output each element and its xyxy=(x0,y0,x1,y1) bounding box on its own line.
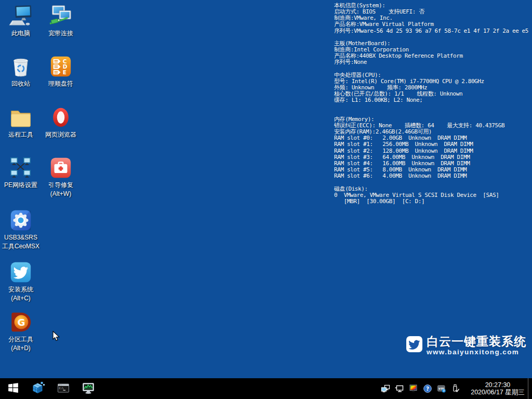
brand-title: 白云一键重装系统 xyxy=(427,335,526,348)
diskgenius-icon: G xyxy=(9,310,33,334)
first-aid-kit-icon xyxy=(49,156,73,180)
taskbar-resource-monitor-button[interactable] xyxy=(76,378,101,399)
desktop-icon-sort-drive-letters[interactable]: CDE 理顺盘符 xyxy=(44,55,78,88)
svg-text:G: G xyxy=(17,317,25,328)
desktop-icon-label: PE网络设置 xyxy=(4,181,37,190)
sort-drive-letters-icon: CDE xyxy=(49,55,73,78)
desktop-icon-label-line2: (Alt+W) xyxy=(50,190,71,198)
vmware-tools-icon[interactable]: vm ? xyxy=(436,384,447,393)
desktop-icon-label-line2: (Alt+D) xyxy=(11,344,31,353)
system-tray: ? vm ? 20:27:30 2020/06/17 星期三 xyxy=(378,378,532,399)
brand-watermark: 白云一键重装系统 www.baiyunxitong.com xyxy=(406,335,526,356)
desktop-icon-label: 理顺盘符 xyxy=(48,79,73,88)
clock-date: 2020/06/17 星期三 xyxy=(470,389,526,396)
taskbar-clock[interactable]: 20:27:30 2020/06/17 星期三 xyxy=(470,381,526,396)
svg-text:?: ? xyxy=(443,389,444,392)
help-icon[interactable]: ? xyxy=(422,384,433,393)
desktop-icon-label-line2: 工具CeoMSX xyxy=(2,242,39,251)
show-desktop-button[interactable] xyxy=(528,378,532,399)
desktop-icon-install-system[interactable]: 安装系统 (Alt+C) xyxy=(4,260,38,303)
clock-time: 20:27:30 xyxy=(470,381,526,389)
desktop-icon-label: USB3&SRS xyxy=(4,233,37,242)
desktop-icon-label: 引导修复 xyxy=(48,181,73,190)
desktop-icon-label: 分区工具 xyxy=(8,335,33,344)
taskbar: C:\.. C:\ xyxy=(0,378,532,399)
svg-text:E: E xyxy=(63,69,66,75)
desktop-icon-label: 此电脑 xyxy=(11,29,30,38)
network-status-icon[interactable] xyxy=(380,384,391,393)
taskbar-registry-editor-button[interactable] xyxy=(26,378,51,399)
display-color-icon[interactable] xyxy=(408,384,419,393)
desktop-icon-label: 回收站 xyxy=(11,79,30,88)
desktop-icon-web-browser[interactable]: 网页浏览器 xyxy=(44,105,78,139)
network-diagram-icon xyxy=(9,156,33,180)
mouse-cursor xyxy=(52,331,61,344)
desktop-icon-usb3-srs-tool[interactable]: USB3&SRS 工具CeoMSX xyxy=(4,208,38,251)
desktop-icon-boot-repair[interactable]: 引导修复 (Alt+W) xyxy=(44,156,78,198)
taskbar-command-prompt-button[interactable]: C:\.. C:\ xyxy=(51,378,76,399)
desktop-icon-this-pc[interactable]: 此电脑 xyxy=(4,4,38,38)
command-prompt-icon: C:\.. C:\ xyxy=(57,381,70,396)
svg-text:C:\: C:\ xyxy=(59,386,64,389)
desktop-icon-label-line2: (Alt+C) xyxy=(11,294,31,303)
registry-cube-icon xyxy=(32,381,45,396)
windows-logo-icon xyxy=(7,381,20,396)
brand-bird-icon xyxy=(406,336,422,352)
desktop-icon-recycle-bin[interactable]: 回收站 xyxy=(4,55,38,88)
brand-url: www.baiyunxitong.com xyxy=(427,348,526,356)
desktop-wallpaper: 本机信息(System): 启动方式: BIOS 支持UEFI: 否 制造商:V… xyxy=(0,0,532,378)
folder-icon xyxy=(9,105,33,129)
this-pc-icon xyxy=(9,4,33,28)
desktop-icon-broadband-connection[interactable]: 宽带连接 xyxy=(44,4,78,38)
desktop-icon-label: 远程工具 xyxy=(8,130,33,139)
safely-remove-usb-icon[interactable] xyxy=(450,384,461,393)
system-info-text: 本机信息(System): 启动方式: BIOS 支持UEFI: 否 制造商:V… xyxy=(334,3,531,205)
desktop-icon-remote-tools[interactable]: 远程工具 xyxy=(4,105,38,139)
desktop-icon-pe-network-settings[interactable]: PE网络设置 xyxy=(4,156,38,190)
gear-swirl-icon xyxy=(9,208,33,232)
desktop-icon-partition-tool[interactable]: G 分区工具 (Alt+D) xyxy=(4,310,38,353)
start-button[interactable] xyxy=(0,378,26,399)
svg-text:?: ? xyxy=(425,385,429,392)
taskbar-app-area: C:\.. C:\ xyxy=(0,378,101,399)
desktop-icon-label: 安装系统 xyxy=(8,285,33,294)
recycle-bin-icon xyxy=(9,55,33,78)
display-icon[interactable] xyxy=(394,384,405,393)
desktop-icon-label: 网页浏览器 xyxy=(45,130,76,139)
opera-browser-icon xyxy=(49,105,73,129)
bird-icon xyxy=(9,260,33,284)
resource-monitor-icon xyxy=(82,381,95,396)
broadband-connection-icon xyxy=(49,4,73,28)
desktop-icon-label: 宽带连接 xyxy=(48,29,73,38)
